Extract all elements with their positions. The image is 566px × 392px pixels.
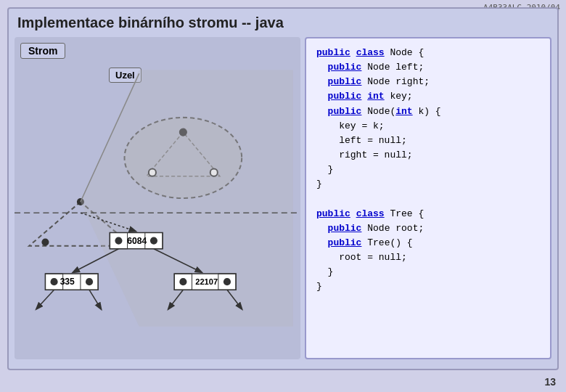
content-area: Strom Uzel [15, 37, 551, 359]
svg-text:22107: 22107 [195, 277, 218, 286]
svg-point-2 [41, 239, 49, 246]
svg-point-26 [86, 278, 93, 285]
svg-line-28 [89, 290, 101, 309]
slide-container: Implementace binárního stromu -- java St… [7, 7, 559, 370]
svg-point-23 [51, 278, 58, 285]
svg-point-31 [179, 278, 186, 285]
right-panel: public class Node { public Node left; pu… [305, 37, 551, 359]
svg-point-18 [150, 237, 157, 245]
svg-text:6084: 6084 [127, 236, 147, 246]
left-panel: Strom Uzel [15, 37, 300, 359]
svg-text:335: 335 [60, 277, 75, 287]
svg-line-27 [36, 290, 54, 309]
code-tree-class: public class Tree { public Node root; pu… [316, 207, 540, 295]
diagram-svg: 6084 335 [15, 37, 300, 359]
svg-point-34 [223, 278, 231, 285]
svg-point-15 [115, 237, 122, 245]
page-number: 13 [544, 376, 556, 388]
slide-title: Implementace binárního stromu -- java [17, 15, 551, 31]
code-node-class: public class Node { public Node left; pu… [316, 46, 540, 192]
